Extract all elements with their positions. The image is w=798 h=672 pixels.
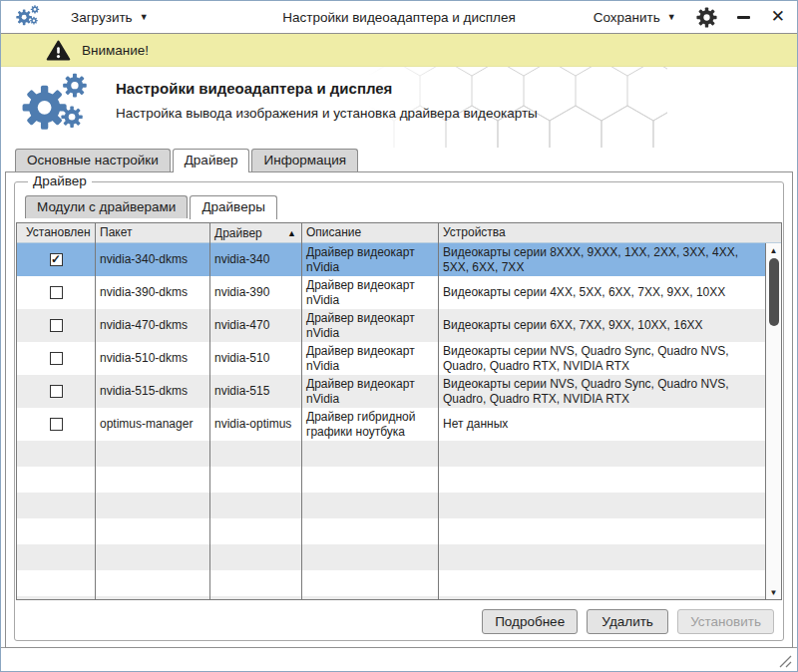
save-menu-label: Сохранить: [594, 10, 660, 25]
scrollbar-thumb[interactable]: [769, 258, 779, 326]
footer-button[interactable]: Удалить: [587, 609, 668, 634]
resize-grip[interactable]: [777, 653, 792, 668]
scroll-up-icon[interactable]: ▲: [766, 243, 781, 257]
save-menu-button[interactable]: Сохранить ▼: [594, 10, 676, 25]
footer-button[interactable]: Установить: [677, 609, 774, 634]
column-header-description[interactable]: Описание: [301, 223, 438, 242]
package-cell: nvidia-470-dkms: [95, 309, 209, 342]
driver-groupbox: Драйвер Модули с драйверами Драйверы Уст…: [14, 181, 784, 641]
table-row[interactable]: optimus-manager nvidia-optimus Драйвер г…: [17, 408, 765, 441]
driver-tab-panel: Драйвер Модули с драйверами Драйверы Уст…: [5, 171, 793, 648]
driver-cell: nvidia-470: [209, 309, 301, 342]
package-cell: nvidia-340-dkms: [95, 243, 209, 276]
devices-cell: Видеокарты серии 8XXX, 9XXX, 1XX, 2XX, 3…: [438, 243, 765, 276]
column-header-installed[interactable]: Установлен: [17, 223, 95, 242]
installed-checkbox[interactable]: ✓: [50, 253, 63, 266]
column-header-driver[interactable]: Драйвер ▲: [209, 223, 301, 242]
chevron-down-icon: ▼: [140, 12, 149, 22]
column-header-devices[interactable]: Устройства: [438, 223, 781, 242]
minimize-icon: [737, 16, 750, 19]
driver-cell: nvidia-390: [209, 276, 301, 309]
table-row[interactable]: nvidia-510-dkms nvidia-510 Драйвер видео…: [17, 342, 765, 375]
sub-tab[interactable]: Модули с драйверами: [25, 195, 188, 218]
table-row[interactable]: nvidia-515-dkms nvidia-515 Драйвер видео…: [17, 375, 765, 408]
footer-button[interactable]: Подробнее: [482, 609, 578, 634]
app-gears-icon: [15, 5, 45, 29]
description-cell: Драйвер видеокарт nVidia: [301, 276, 438, 309]
table-row[interactable]: nvidia-390-dkms nvidia-390 Драйвер видео…: [17, 276, 765, 309]
table-row[interactable]: nvidia-470-dkms nvidia-470 Драйвер видео…: [17, 309, 765, 342]
main-tab[interactable]: Драйвер: [173, 149, 250, 172]
load-menu-button[interactable]: Загрузить ▼: [71, 10, 149, 25]
devices-cell: Видеокарты серии 6XX, 7XX, 9XX, 10XX, 16…: [438, 309, 765, 342]
footer-button-row: Подробнее Удалить Установить: [482, 609, 774, 634]
main-tab[interactable]: Основные настройки: [15, 149, 171, 171]
sub-tab[interactable]: Драйверы: [190, 195, 276, 219]
installed-checkbox[interactable]: [50, 385, 63, 398]
package-cell: nvidia-515-dkms: [95, 375, 209, 408]
load-menu-label: Загрузить: [71, 10, 133, 25]
chevron-down-icon: ▼: [667, 12, 676, 22]
description-cell: Драйвер видеокарт nVidia: [301, 243, 438, 276]
driver-cell: nvidia-510: [209, 342, 301, 375]
installed-checkbox[interactable]: [50, 286, 63, 299]
devices-cell: Видеокарты серии 4XX, 5XX, 6XX, 7XX, 9XX…: [438, 276, 765, 309]
package-cell: optimus-manager: [95, 408, 209, 441]
driver-cell: nvidia-340: [209, 243, 301, 276]
status-bar: [1, 647, 797, 671]
app-window: Загрузить ▼ Настройки видеоадаптера и ди…: [0, 0, 798, 672]
devices-cell: Видеокарты серии NVS, Quadro Sync, Quadr…: [438, 375, 765, 408]
sort-asc-icon: ▲: [287, 228, 296, 238]
installed-checkbox[interactable]: [50, 418, 63, 431]
warning-banner: Внимание!: [1, 34, 797, 67]
scroll-down-icon[interactable]: ▼: [766, 585, 781, 599]
devices-cell: Нет данных: [438, 408, 765, 441]
description-cell: Драйвер видеокарт nVidia: [301, 309, 438, 342]
groupbox-legend: Драйвер: [28, 173, 92, 188]
main-tab[interactable]: Информация: [251, 149, 358, 171]
installed-checkbox[interactable]: [50, 319, 63, 332]
title-bar: Загрузить ▼ Настройки видеоадаптера и ди…: [1, 1, 797, 34]
package-cell: nvidia-510-dkms: [95, 342, 209, 375]
description-cell: Драйвер видеокарт nVidia: [301, 342, 438, 375]
minimize-button[interactable]: [737, 10, 751, 24]
gears-logo: [20, 72, 102, 142]
table-row[interactable]: ✓ nvidia-340-dkms nvidia-340 Драйвер вид…: [17, 243, 765, 276]
column-header-package[interactable]: Пакет: [95, 223, 209, 242]
vertical-scrollbar[interactable]: ▲ ▼: [765, 243, 781, 599]
drivers-table: Установлен Пакет Драйвер ▲ Описание Устр…: [16, 222, 782, 600]
page-subtitle: Настройка вывода изображения и установка…: [116, 106, 538, 121]
devices-cell: Видеокарты серии NVS, Quadro Sync, Quadr…: [438, 342, 765, 375]
driver-sub-tab-bar: Модули с драйверами Драйверы: [15, 195, 783, 218]
settings-gear-icon[interactable]: [696, 7, 717, 28]
page-title: Настройки видеоадаптера и дисплея: [116, 80, 392, 97]
description-cell: Драйвер гибридной графики ноутбука: [301, 408, 438, 441]
driver-cell: nvidia-515: [209, 375, 301, 408]
main-tab-bar: Основные настройки Драйвер Информация: [1, 148, 797, 171]
table-body: ✓ nvidia-340-dkms nvidia-340 Драйвер вид…: [17, 243, 765, 599]
table-header-row: Установлен Пакет Драйвер ▲ Описание Устр…: [17, 223, 781, 243]
driver-cell: nvidia-optimus: [209, 408, 301, 441]
page-header: Настройки видеоадаптера и дисплея Настро…: [1, 67, 797, 148]
warning-text: Внимание!: [82, 43, 149, 58]
close-button[interactable]: ✕: [771, 10, 785, 24]
window-title: Настройки видеоадаптера и дисплея: [282, 10, 516, 25]
installed-checkbox[interactable]: [50, 352, 63, 365]
package-cell: nvidia-390-dkms: [95, 276, 209, 309]
titlebar-right-controls: Сохранить ▼ ✕: [594, 7, 785, 28]
empty-rows-area: [17, 441, 765, 599]
description-cell: Драйвер видеокарт nVidia: [301, 375, 438, 408]
warning-triangle-icon: [46, 40, 71, 61]
